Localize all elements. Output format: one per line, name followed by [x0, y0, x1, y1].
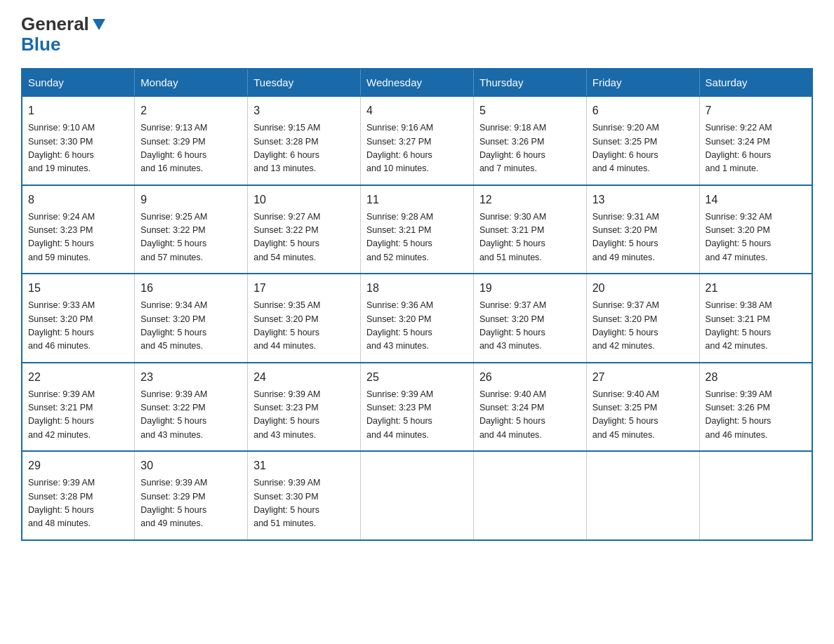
logo-blue: Blue: [21, 34, 60, 55]
day-number: 7: [706, 102, 806, 119]
weekday-header-monday: Monday: [135, 69, 248, 96]
day-info: Sunrise: 9:39 AMSunset: 3:23 PMDaylight:…: [253, 388, 355, 443]
day-number: 17: [253, 280, 355, 297]
calendar-day-cell: 24Sunrise: 9:39 AMSunset: 3:23 PMDayligh…: [248, 363, 361, 452]
day-number: 4: [366, 102, 468, 119]
day-number: 10: [253, 192, 355, 208]
day-number: 14: [706, 192, 806, 208]
logo: General Blue: [21, 14, 105, 54]
day-number: 19: [479, 280, 581, 297]
day-info: Sunrise: 9:31 AMSunset: 3:20 PMDaylight:…: [593, 210, 694, 265]
calendar-day-cell: 3Sunrise: 9:15 AMSunset: 3:28 PMDaylight…: [248, 96, 361, 185]
day-number: 30: [140, 457, 241, 474]
day-number: 28: [706, 369, 806, 386]
day-number: 11: [366, 192, 468, 208]
day-info: Sunrise: 9:10 AMSunset: 3:30 PMDaylight:…: [28, 121, 128, 176]
calendar-day-cell: 15Sunrise: 9:33 AMSunset: 3:20 PMDayligh…: [22, 274, 135, 363]
calendar-day-cell: 27Sunrise: 9:40 AMSunset: 3:25 PMDayligh…: [586, 363, 699, 452]
calendar-day-cell: 6Sunrise: 9:20 AMSunset: 3:25 PMDaylight…: [586, 96, 699, 185]
day-number: 27: [593, 369, 694, 386]
day-number: 18: [366, 280, 468, 297]
day-info: Sunrise: 9:30 AMSunset: 3:21 PMDaylight:…: [479, 210, 581, 265]
day-number: 5: [479, 102, 581, 119]
day-number: 3: [253, 102, 355, 119]
logo-triangle-icon: [93, 19, 105, 30]
day-info: Sunrise: 9:25 AMSunset: 3:22 PMDaylight:…: [140, 210, 241, 265]
day-info: Sunrise: 9:38 AMSunset: 3:21 PMDaylight:…: [706, 299, 806, 354]
calendar-day-cell: 12Sunrise: 9:30 AMSunset: 3:21 PMDayligh…: [473, 185, 586, 274]
day-info: Sunrise: 9:22 AMSunset: 3:24 PMDaylight:…: [706, 121, 806, 176]
calendar-week-row: 22Sunrise: 9:39 AMSunset: 3:21 PMDayligh…: [22, 363, 812, 452]
day-number: 8: [28, 192, 128, 208]
weekday-header-thursday: Thursday: [473, 69, 586, 96]
day-number: 22: [28, 369, 128, 386]
day-info: Sunrise: 9:32 AMSunset: 3:20 PMDaylight:…: [706, 210, 806, 265]
calendar-day-cell: 4Sunrise: 9:16 AMSunset: 3:27 PMDaylight…: [361, 96, 474, 185]
day-info: Sunrise: 9:15 AMSunset: 3:28 PMDaylight:…: [253, 121, 355, 176]
calendar-day-cell: 25Sunrise: 9:39 AMSunset: 3:23 PMDayligh…: [361, 363, 474, 452]
weekday-header-sunday: Sunday: [22, 69, 135, 96]
day-number: 21: [706, 280, 806, 297]
day-info: Sunrise: 9:18 AMSunset: 3:26 PMDaylight:…: [479, 121, 581, 176]
day-number: 25: [366, 369, 468, 386]
empty-day-cell: [361, 451, 474, 540]
calendar-day-cell: 16Sunrise: 9:34 AMSunset: 3:20 PMDayligh…: [135, 274, 248, 363]
day-number: 9: [140, 192, 241, 208]
weekday-header-saturday: Saturday: [699, 69, 812, 96]
day-info: Sunrise: 9:39 AMSunset: 3:30 PMDaylight:…: [253, 476, 355, 531]
day-number: 24: [253, 369, 355, 386]
day-info: Sunrise: 9:39 AMSunset: 3:21 PMDaylight:…: [28, 388, 128, 443]
day-number: 15: [28, 280, 128, 297]
empty-day-cell: [473, 451, 586, 540]
day-info: Sunrise: 9:24 AMSunset: 3:23 PMDaylight:…: [28, 210, 128, 265]
day-info: Sunrise: 9:28 AMSunset: 3:21 PMDaylight:…: [366, 210, 468, 265]
empty-day-cell: [586, 451, 699, 540]
calendar-table: SundayMondayTuesdayWednesdayThursdayFrid…: [21, 68, 813, 541]
calendar-day-cell: 11Sunrise: 9:28 AMSunset: 3:21 PMDayligh…: [361, 185, 474, 274]
page-header: General Blue: [21, 14, 813, 54]
day-number: 20: [593, 280, 694, 297]
calendar-day-cell: 2Sunrise: 9:13 AMSunset: 3:29 PMDaylight…: [135, 96, 248, 185]
day-info: Sunrise: 9:39 AMSunset: 3:26 PMDaylight:…: [706, 388, 806, 443]
day-info: Sunrise: 9:13 AMSunset: 3:29 PMDaylight:…: [140, 121, 241, 176]
calendar-day-cell: 31Sunrise: 9:39 AMSunset: 3:30 PMDayligh…: [248, 451, 361, 540]
day-number: 1: [28, 102, 128, 119]
calendar-week-row: 29Sunrise: 9:39 AMSunset: 3:28 PMDayligh…: [22, 451, 812, 540]
calendar-day-cell: 10Sunrise: 9:27 AMSunset: 3:22 PMDayligh…: [248, 185, 361, 274]
day-number: 6: [593, 102, 694, 119]
calendar-day-cell: 29Sunrise: 9:39 AMSunset: 3:28 PMDayligh…: [22, 451, 135, 540]
day-number: 16: [140, 280, 241, 297]
calendar-day-cell: 13Sunrise: 9:31 AMSunset: 3:20 PMDayligh…: [586, 185, 699, 274]
day-info: Sunrise: 9:16 AMSunset: 3:27 PMDaylight:…: [366, 121, 468, 176]
calendar-day-cell: 18Sunrise: 9:36 AMSunset: 3:20 PMDayligh…: [361, 274, 474, 363]
day-number: 23: [140, 369, 241, 386]
calendar-day-cell: 8Sunrise: 9:24 AMSunset: 3:23 PMDaylight…: [22, 185, 135, 274]
weekday-header-friday: Friday: [586, 69, 699, 96]
calendar-week-row: 1Sunrise: 9:10 AMSunset: 3:30 PMDaylight…: [22, 96, 812, 185]
calendar-day-cell: 17Sunrise: 9:35 AMSunset: 3:20 PMDayligh…: [248, 274, 361, 363]
day-info: Sunrise: 9:39 AMSunset: 3:23 PMDaylight:…: [366, 388, 468, 443]
logo-general: General: [21, 14, 89, 34]
weekday-header-wednesday: Wednesday: [361, 69, 474, 96]
calendar-day-cell: 1Sunrise: 9:10 AMSunset: 3:30 PMDaylight…: [22, 96, 135, 185]
day-info: Sunrise: 9:39 AMSunset: 3:28 PMDaylight:…: [28, 476, 128, 531]
day-number: 2: [140, 102, 241, 119]
day-info: Sunrise: 9:40 AMSunset: 3:25 PMDaylight:…: [593, 388, 694, 443]
calendar-day-cell: 23Sunrise: 9:39 AMSunset: 3:22 PMDayligh…: [135, 363, 248, 452]
day-info: Sunrise: 9:36 AMSunset: 3:20 PMDaylight:…: [366, 299, 468, 354]
day-info: Sunrise: 9:27 AMSunset: 3:22 PMDaylight:…: [253, 210, 355, 265]
calendar-day-cell: 14Sunrise: 9:32 AMSunset: 3:20 PMDayligh…: [699, 185, 812, 274]
calendar-day-cell: 26Sunrise: 9:40 AMSunset: 3:24 PMDayligh…: [473, 363, 586, 452]
day-info: Sunrise: 9:20 AMSunset: 3:25 PMDaylight:…: [593, 121, 694, 176]
calendar-day-cell: 7Sunrise: 9:22 AMSunset: 3:24 PMDaylight…: [699, 96, 812, 185]
day-info: Sunrise: 9:34 AMSunset: 3:20 PMDaylight:…: [140, 299, 241, 354]
day-info: Sunrise: 9:40 AMSunset: 3:24 PMDaylight:…: [479, 388, 581, 443]
calendar-day-cell: 9Sunrise: 9:25 AMSunset: 3:22 PMDaylight…: [135, 185, 248, 274]
day-info: Sunrise: 9:35 AMSunset: 3:20 PMDaylight:…: [253, 299, 355, 354]
weekday-header-tuesday: Tuesday: [248, 69, 361, 96]
calendar-day-cell: 19Sunrise: 9:37 AMSunset: 3:20 PMDayligh…: [473, 274, 586, 363]
calendar-week-row: 8Sunrise: 9:24 AMSunset: 3:23 PMDaylight…: [22, 185, 812, 274]
calendar-day-cell: 21Sunrise: 9:38 AMSunset: 3:21 PMDayligh…: [699, 274, 812, 363]
day-number: 13: [593, 192, 694, 208]
calendar-day-cell: 20Sunrise: 9:37 AMSunset: 3:20 PMDayligh…: [586, 274, 699, 363]
